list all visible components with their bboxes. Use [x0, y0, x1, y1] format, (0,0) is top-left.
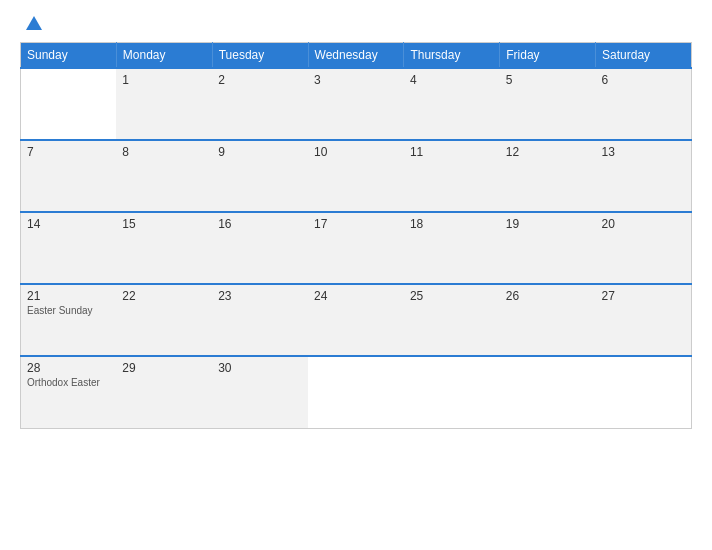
- calendar-day-cell: 21Easter Sunday: [21, 284, 117, 356]
- day-number: 23: [218, 289, 302, 303]
- calendar-day-cell: 15: [116, 212, 212, 284]
- day-number: 9: [218, 145, 302, 159]
- day-number: 22: [122, 289, 206, 303]
- calendar-day-cell: 26: [500, 284, 596, 356]
- calendar-week-row: 78910111213: [21, 140, 692, 212]
- day-number: 1: [122, 73, 206, 87]
- logo: [20, 16, 46, 30]
- weekday-header-cell: Wednesday: [308, 43, 404, 69]
- logo-triangle-icon: [26, 16, 42, 30]
- weekday-header-cell: Monday: [116, 43, 212, 69]
- day-number: 8: [122, 145, 206, 159]
- day-number: 5: [506, 73, 590, 87]
- day-number: 26: [506, 289, 590, 303]
- calendar-day-cell: 27: [596, 284, 692, 356]
- weekday-header-cell: Sunday: [21, 43, 117, 69]
- holiday-label: Orthodox Easter: [27, 377, 110, 388]
- calendar-table: SundayMondayTuesdayWednesdayThursdayFrid…: [20, 42, 692, 429]
- weekday-header-cell: Tuesday: [212, 43, 308, 69]
- calendar-day-cell: 1: [116, 68, 212, 140]
- calendar-day-cell: 23: [212, 284, 308, 356]
- calendar-body: 123456789101112131415161718192021Easter …: [21, 68, 692, 428]
- calendar-day-cell: 10: [308, 140, 404, 212]
- calendar-day-cell: 5: [500, 68, 596, 140]
- day-number: 25: [410, 289, 494, 303]
- calendar-day-cell: 24: [308, 284, 404, 356]
- day-number: 27: [602, 289, 685, 303]
- day-number: 3: [314, 73, 398, 87]
- day-number: 10: [314, 145, 398, 159]
- calendar-day-cell: 8: [116, 140, 212, 212]
- calendar-week-row: 21Easter Sunday222324252627: [21, 284, 692, 356]
- calendar-week-row: 123456: [21, 68, 692, 140]
- calendar-day-cell: 17: [308, 212, 404, 284]
- calendar-day-cell: 29: [116, 356, 212, 428]
- calendar-page: SundayMondayTuesdayWednesdayThursdayFrid…: [0, 0, 712, 550]
- day-number: 17: [314, 217, 398, 231]
- calendar-day-cell: 7: [21, 140, 117, 212]
- calendar-day-cell: [596, 356, 692, 428]
- day-number: 20: [602, 217, 685, 231]
- calendar-day-cell: 30: [212, 356, 308, 428]
- calendar-day-cell: 2: [212, 68, 308, 140]
- calendar-day-cell: 18: [404, 212, 500, 284]
- weekday-header-row: SundayMondayTuesdayWednesdayThursdayFrid…: [21, 43, 692, 69]
- day-number: 4: [410, 73, 494, 87]
- calendar-day-cell: 14: [21, 212, 117, 284]
- calendar-week-row: 14151617181920: [21, 212, 692, 284]
- calendar-day-cell: 25: [404, 284, 500, 356]
- calendar-day-cell: 11: [404, 140, 500, 212]
- day-number: 11: [410, 145, 494, 159]
- calendar-day-cell: 28Orthodox Easter: [21, 356, 117, 428]
- calendar-day-cell: 9: [212, 140, 308, 212]
- day-number: 29: [122, 361, 206, 375]
- calendar-day-cell: 13: [596, 140, 692, 212]
- day-number: 13: [602, 145, 685, 159]
- weekday-header-cell: Saturday: [596, 43, 692, 69]
- calendar-day-cell: 6: [596, 68, 692, 140]
- calendar-day-cell: 19: [500, 212, 596, 284]
- day-number: 30: [218, 361, 302, 375]
- day-number: 12: [506, 145, 590, 159]
- weekday-header-cell: Thursday: [404, 43, 500, 69]
- day-number: 6: [602, 73, 685, 87]
- day-number: 16: [218, 217, 302, 231]
- day-number: 21: [27, 289, 110, 303]
- calendar-day-cell: 16: [212, 212, 308, 284]
- day-number: 15: [122, 217, 206, 231]
- day-number: 14: [27, 217, 110, 231]
- day-number: 24: [314, 289, 398, 303]
- calendar-day-cell: [21, 68, 117, 140]
- header: [20, 16, 692, 30]
- calendar-day-cell: [404, 356, 500, 428]
- day-number: 19: [506, 217, 590, 231]
- calendar-day-cell: 20: [596, 212, 692, 284]
- day-number: 7: [27, 145, 110, 159]
- calendar-day-cell: 12: [500, 140, 596, 212]
- day-number: 28: [27, 361, 110, 375]
- weekday-header-cell: Friday: [500, 43, 596, 69]
- calendar-day-cell: 22: [116, 284, 212, 356]
- calendar-day-cell: 4: [404, 68, 500, 140]
- day-number: 18: [410, 217, 494, 231]
- calendar-day-cell: 3: [308, 68, 404, 140]
- day-number: 2: [218, 73, 302, 87]
- holiday-label: Easter Sunday: [27, 305, 110, 316]
- calendar-day-cell: [500, 356, 596, 428]
- calendar-day-cell: [308, 356, 404, 428]
- calendar-week-row: 28Orthodox Easter2930: [21, 356, 692, 428]
- calendar-header: SundayMondayTuesdayWednesdayThursdayFrid…: [21, 43, 692, 69]
